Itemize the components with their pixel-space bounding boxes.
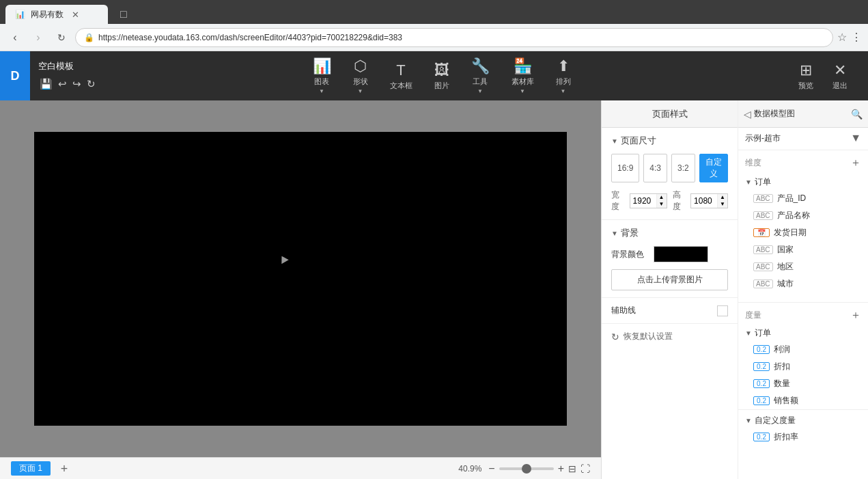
bookmark-button[interactable]: ☆ — [837, 31, 847, 44]
save-button[interactable]: 💾 — [38, 77, 54, 92]
page-size-header[interactable]: ▼ 页面尺寸 — [611, 135, 728, 147]
measure-label-1: 折扣 — [774, 361, 790, 372]
background-section: ▼ 背景 背景颜色 点击上传背景图片 — [602, 220, 738, 298]
forward-button[interactable]: › — [29, 28, 48, 47]
size-4-3-button[interactable]: 4:3 — [643, 154, 667, 182]
height-down-button[interactable]: ▼ — [718, 201, 727, 208]
custom-measure-item-0[interactable]: 0.2 折扣率 — [738, 428, 868, 446]
width-label: 宽度 — [611, 189, 627, 213]
scroll-indicator — [738, 292, 868, 298]
gridline-checkbox[interactable] — [717, 305, 728, 316]
size-3-2-button[interactable]: 3:2 — [671, 154, 695, 182]
zoom-out-button[interactable]: − — [488, 463, 494, 475]
width-input-group: 宽度 ▲ ▼ — [611, 189, 667, 213]
height-label: 高度 — [673, 189, 688, 213]
measure-group-header[interactable]: ▼ 订单 — [738, 325, 868, 341]
arrange-tool[interactable]: ⬆ 排列 ▼ — [546, 52, 580, 100]
toolbar-right: ⊞ 预览 ✕ 退出 — [778, 56, 868, 96]
fit-view-button[interactable]: ⊟ — [568, 463, 576, 474]
canvas-wrapper — [0, 100, 601, 457]
chart-tool[interactable]: 📊 图表 ▼ — [303, 52, 341, 100]
dim-type-badge-2: 📅 — [753, 228, 770, 237]
preview-tool[interactable]: ⊞ 预览 — [789, 56, 823, 96]
active-tab[interactable]: 📊 网易有数 ✕ — [5, 5, 108, 24]
exit-tool[interactable]: ✕ 退出 — [823, 56, 857, 96]
measure-item-2[interactable]: 0.2 数量 — [738, 375, 868, 392]
menu-button[interactable]: ⋮ — [851, 31, 863, 44]
page-style-tab-label[interactable]: 页面样式 — [652, 108, 688, 120]
dim-type-badge-4: ABC — [753, 262, 773, 271]
exit-icon: ✕ — [834, 61, 846, 79]
new-tab-icon: □ — [120, 8, 127, 20]
width-up-button[interactable]: ▲ — [657, 194, 667, 201]
shape-tool[interactable]: ⬡ 形状 ▼ — [344, 52, 378, 100]
dimensions-header: 维度 ＋ — [738, 153, 868, 173]
dim-item-2[interactable]: 📅 发货日期 — [738, 224, 868, 241]
tool-item[interactable]: 🔧 工具 ▼ — [462, 52, 499, 100]
height-input-group: 高度 ▲ ▼ — [673, 189, 729, 213]
canvas-area: 页面 1 + 40.9% − + ⊟ ⛶ — [0, 100, 601, 479]
page-tab[interactable]: 页面 1 — [11, 461, 51, 476]
data-model-tab-label[interactable]: 数据模型图 — [754, 108, 848, 120]
width-spinners: ▲ ▼ — [656, 194, 667, 208]
width-down-button[interactable]: ▼ — [657, 201, 667, 208]
undo-button[interactable]: ↩ — [57, 77, 68, 92]
search-data-button[interactable]: 🔍 — [851, 109, 863, 120]
collapse-panel-button[interactable]: ◁ — [744, 109, 751, 120]
dim-item-5[interactable]: ABC 城市 — [738, 275, 868, 292]
assets-tool[interactable]: 🏪 素材库 ▼ — [502, 52, 544, 100]
refresh-button[interactable]: ↻ — [85, 77, 97, 92]
add-page-button[interactable]: + — [56, 461, 72, 477]
address-bar[interactable]: 🔒 https://netease.youdata.163.com/dash/s… — [75, 28, 833, 47]
zoom-slider[interactable] — [499, 467, 554, 470]
custom-measure-label-0: 折扣率 — [774, 431, 798, 443]
dim-item-1[interactable]: ABC 产品名称 — [738, 207, 868, 224]
data-panel-content: 维度 ＋ ▼ 订单 ABC 产品_ID — [738, 150, 868, 479]
measure-label-3: 销售额 — [774, 395, 798, 407]
toolbar-center: 📊 图表 ▼ ⬡ 形状 ▼ T 文本框 🖼 图片 🔧 工具 ▼ — [105, 52, 778, 100]
dataset-dropdown-button[interactable]: ▼ — [850, 132, 861, 144]
page-style-panel: 页面样式 ▼ 页面尺寸 16:9 4:3 3:2 自定义 — [602, 100, 738, 479]
add-measure-button[interactable]: ＋ — [850, 308, 861, 323]
canvas[interactable] — [34, 132, 567, 426]
tab-close-icon[interactable]: ✕ — [72, 10, 79, 20]
reset-button[interactable]: ↻ 恢复默认设置 — [611, 331, 728, 342]
arrange-label: 排列 — [556, 77, 571, 87]
reload-button[interactable]: ↻ — [52, 28, 71, 47]
measure-item-1[interactable]: 0.2 折扣 — [738, 358, 868, 375]
measure-item-0[interactable]: 0.2 利润 — [738, 341, 868, 358]
size-16-9-button[interactable]: 16:9 — [611, 154, 639, 182]
zoom-slider-thumb[interactable] — [522, 464, 531, 474]
dim-item-4[interactable]: ABC 地区 — [738, 258, 868, 275]
bg-color-label: 背景颜色 — [611, 249, 647, 260]
zoom-in-button[interactable]: + — [558, 463, 564, 475]
upload-bg-button[interactable]: 点击上传背景图片 — [611, 269, 728, 290]
custom-measure-header[interactable]: ▼ 自定义度量 — [738, 413, 868, 428]
dim-item-3[interactable]: ABC 国家 — [738, 241, 868, 258]
measure-type-badge-0: 0.2 — [753, 345, 770, 354]
size-custom-button[interactable]: 自定义 — [699, 154, 728, 182]
image-tool[interactable]: 🖼 图片 — [425, 56, 459, 96]
reset-section: ↻ 恢复默认设置 — [602, 324, 738, 349]
measure-item-3[interactable]: 0.2 销售额 — [738, 392, 868, 409]
inactive-tab[interactable]: □ — [111, 5, 137, 24]
background-header[interactable]: ▼ 背景 — [611, 227, 728, 239]
arrange-arrow: ▼ — [561, 88, 566, 94]
height-input[interactable] — [691, 194, 717, 208]
reset-label: 恢复默认设置 — [624, 331, 673, 342]
color-swatch[interactable] — [654, 246, 708, 262]
fullscreen-button[interactable]: ⛶ — [580, 463, 590, 474]
measure-label-0: 利润 — [774, 344, 790, 355]
height-up-button[interactable]: ▲ — [718, 194, 727, 201]
dim-item-0[interactable]: ABC 产品_ID — [738, 190, 868, 207]
width-input[interactable] — [630, 194, 656, 208]
textbox-tool[interactable]: T 文本框 — [380, 56, 422, 96]
custom-measure-group: ▼ 自定义度量 0.2 折扣率 — [738, 409, 868, 446]
dim-group-header[interactable]: ▼ 订单 — [738, 174, 868, 190]
back-button[interactable]: ‹ — [5, 28, 25, 47]
zoom-percent: 40.9% — [458, 464, 484, 474]
shape-arrow: ▼ — [358, 88, 363, 94]
add-dimension-button[interactable]: ＋ — [850, 156, 861, 170]
redo-button[interactable]: ↪ — [71, 77, 83, 92]
section-collapse-icon: ▼ — [611, 137, 618, 145]
